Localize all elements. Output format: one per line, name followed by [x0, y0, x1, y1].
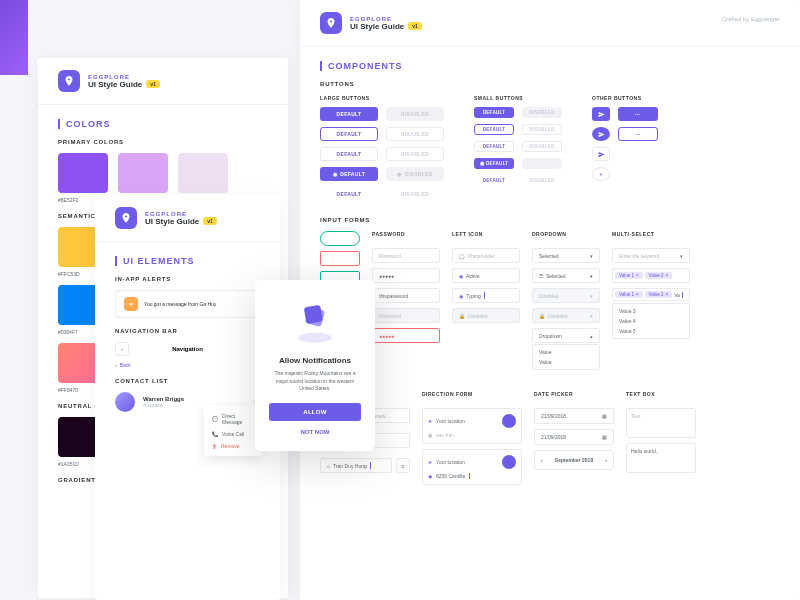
- phone-icon: 📞: [212, 431, 218, 437]
- lefticon-input-typing[interactable]: ◉Typing: [452, 288, 520, 303]
- date-input-2[interactable]: 21/09/2018▦: [534, 429, 614, 445]
- page-subtitle: UI Style Guidev1: [145, 217, 217, 226]
- textbox-value[interactable]: Hello world,: [626, 443, 696, 473]
- lefticon-col-label: LEFT ICON: [452, 231, 520, 237]
- not-now-button[interactable]: NOT NOW: [269, 429, 361, 435]
- password-input-value[interactable]: thispassword: [372, 288, 440, 303]
- card-header: EGGPLORE UI Style Guidev1: [38, 58, 288, 105]
- multiselect-ph[interactable]: Enter the keyword▾: [612, 248, 690, 263]
- other-buttons-label: OTHER BUTTONS: [592, 95, 658, 101]
- allow-button[interactable]: ALLOW: [269, 403, 361, 421]
- section-title-components: COMPONENTS: [320, 61, 800, 71]
- large-button-ghost-disabled: DISABLED: [386, 187, 444, 201]
- multiselect-open[interactable]: Value 1 ×Value 2 ×Va: [612, 288, 690, 301]
- large-button-icon[interactable]: ◉DEFAULT: [320, 167, 378, 181]
- large-button-default[interactable]: DEFAULT: [320, 107, 378, 121]
- version-badge: v1: [146, 80, 160, 88]
- brand-logo: [58, 70, 80, 92]
- contact-row[interactable]: Warren Briggs Australia ⋯ 💬Direct Messag…: [115, 392, 260, 412]
- version-badge: v1: [408, 22, 422, 30]
- icon-button-outline[interactable]: [592, 147, 610, 161]
- menu-item-voice[interactable]: 📞Voice Call: [204, 428, 262, 440]
- search-filter-button[interactable]: ≡: [396, 458, 410, 473]
- tag[interactable]: Value 2 ×: [645, 272, 673, 279]
- sm-button-light[interactable]: DEFAULT: [474, 141, 514, 152]
- cal-prev[interactable]: ‹: [541, 457, 543, 463]
- swatch-primary-2[interactable]: [118, 153, 168, 193]
- swatch-primary-3[interactable]: [178, 153, 228, 193]
- page-subtitle: UI Style Guidev1: [88, 80, 160, 89]
- dropdown-selected-icon[interactable]: ☰Selected▾: [532, 268, 600, 283]
- components-card: EGGPLORE UI Style Guidev1 Crafted by Egg…: [300, 0, 800, 600]
- sm-button-light-disabled: DISABLED: [522, 141, 562, 152]
- chat-icon: 💬: [212, 416, 218, 422]
- icon-button-circle-send[interactable]: [592, 127, 610, 141]
- contact-menu: 💬Direct Message 📞Voice Call 🗑Remove: [204, 406, 262, 456]
- in-app-alert[interactable]: ✉ You got a message from Ga Huy: [115, 290, 260, 318]
- icon-button-send[interactable]: [592, 107, 610, 121]
- nav-title: Navigation: [137, 346, 238, 352]
- icon-button-plus[interactable]: +: [592, 167, 610, 181]
- card-header: EGGPLORE UI Style Guidev1: [95, 195, 280, 242]
- primary-colors-label: PRIMARY COLORS: [58, 139, 288, 145]
- buttons-label: BUTTONS: [320, 81, 800, 87]
- sm-button-icon[interactable]: ◉DEFAULT: [474, 158, 514, 169]
- small-buttons-label: SMALL BUTTONS: [474, 95, 562, 101]
- lefticon-input-disabled: 🔒Disabled: [452, 308, 520, 323]
- decorative-purple-block: [0, 0, 28, 75]
- large-button-outline[interactable]: DEFAULT: [320, 127, 378, 141]
- pill-button[interactable]: ⋯: [618, 107, 658, 121]
- go-button[interactable]: [502, 455, 516, 469]
- chevron-down-icon: ▾: [590, 253, 593, 259]
- dropdown-item[interactable]: Value: [533, 357, 599, 367]
- password-input-error[interactable]: ●●●●●: [372, 328, 440, 343]
- section-title-colors: COLORS: [58, 119, 288, 129]
- swatch-primary-1[interactable]: [58, 153, 108, 193]
- tag[interactable]: Value 1 ×: [615, 272, 643, 279]
- lefticon-input-active[interactable]: ◉Active: [452, 268, 520, 283]
- lefticon-input-ph[interactable]: ◯Placeholder: [452, 248, 520, 263]
- crafted-by: Crafted by Eggvenger: [722, 16, 780, 22]
- dropdown-item[interactable]: Value: [533, 347, 599, 357]
- date-input-1[interactable]: 21/09/2018▦: [534, 408, 614, 424]
- calendar[interactable]: ‹September 2018›: [534, 450, 614, 470]
- dropdown-open[interactable]: Dropdown▴: [532, 328, 600, 343]
- svg-point-0: [298, 333, 331, 343]
- dropdown-disabled: Disabled▾: [532, 288, 600, 303]
- dropdown-col-label: DROPDOWN: [532, 231, 600, 237]
- go-button[interactable]: [502, 414, 516, 428]
- sm-button-ghost[interactable]: DEFAULT: [474, 175, 514, 186]
- textbox-col-label: TEXT BOX: [626, 391, 696, 397]
- trash-icon: 🗑: [212, 443, 217, 449]
- sm-button-outline[interactable]: DEFAULT: [474, 124, 514, 135]
- cal-next[interactable]: ›: [605, 457, 607, 463]
- password-input-ph[interactable]: Password: [372, 248, 440, 263]
- modal-title: Allow Notifications: [269, 356, 361, 365]
- large-button-light[interactable]: DEFAULT: [320, 147, 378, 161]
- version-badge: v1: [203, 217, 217, 225]
- dropdown-selected[interactable]: Selected▾: [532, 248, 600, 263]
- input-success[interactable]: [320, 231, 360, 246]
- back-link[interactable]: ‹Back: [115, 362, 260, 368]
- multiselect-tags[interactable]: Value 1 ×Value 2 ×: [612, 268, 690, 283]
- large-buttons-label: LARGE BUTTONS: [320, 95, 444, 101]
- nav-back-button[interactable]: ‹: [115, 342, 129, 356]
- multiselect-menu[interactable]: Value 3 Value 4 Value 5: [612, 303, 690, 339]
- dropdown-menu[interactable]: Value Value: [532, 344, 600, 370]
- input-error[interactable]: [320, 251, 360, 266]
- input-forms-label: INPUT FORMS: [320, 217, 800, 223]
- multiselect-col-label: MULTI-SELECT: [612, 231, 690, 237]
- password-input-dots[interactable]: ●●●●●: [372, 268, 440, 283]
- large-button-disabled: DISABLED: [386, 107, 444, 121]
- user-icon: ◉: [459, 273, 463, 279]
- menu-item-remove[interactable]: 🗑Remove: [204, 440, 262, 452]
- search-input-2[interactable]: ⌕Tran Duy Hung: [320, 458, 392, 473]
- location-icon: ➤: [428, 459, 432, 465]
- modal-body: The majestic Rocky Mountains are a major…: [269, 370, 361, 393]
- textbox-ph[interactable]: Text: [626, 408, 696, 438]
- pill-button-outline[interactable]: ⋯: [618, 127, 658, 141]
- menu-item-dm[interactable]: 💬Direct Message: [204, 410, 262, 428]
- sm-button-default[interactable]: DEFAULT: [474, 107, 514, 118]
- modal-illustration: [290, 296, 340, 346]
- large-button-ghost[interactable]: DEFAULT: [320, 187, 378, 201]
